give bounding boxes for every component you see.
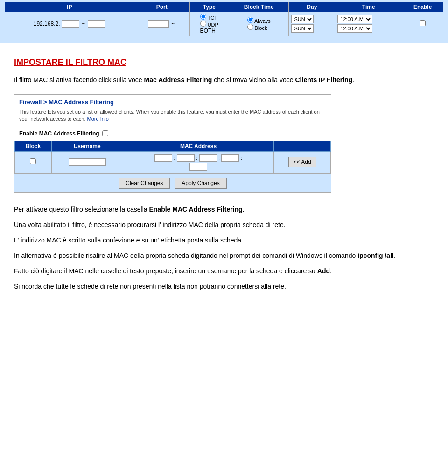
section-title: IMPOSTARE IL FILTRO MAC [14,57,434,67]
block-time-group: Always Block [247,17,271,31]
apply-changes-button[interactable]: Apply Changes [175,178,226,189]
body-para-3: L' indirizzo MAC è scritto sulla confezi… [14,235,434,246]
body-para-4: In alternativa è possibile risalire al M… [14,250,434,261]
ip-to-input[interactable] [88,20,105,28]
more-info-link[interactable]: More Info [87,116,109,121]
mac-octet-2[interactable] [177,154,195,162]
mac-enable-row: Enable MAC Address Filtering [14,128,331,141]
para5-end: . [330,267,332,275]
mac-username-input[interactable] [69,158,106,166]
mac-panel-header: Firewall > MAC Address Filtering This fe… [14,95,331,128]
table-row-empty [5,36,443,40]
mac-col-macaddress: MAC Address [123,141,273,151]
empty-row [5,36,443,40]
type-cell: TCP UDP BOTH [189,12,229,36]
mac-address-cell: : : : : [123,151,273,173]
udp-radio-label[interactable]: UDP [200,21,218,28]
mac-octet-4[interactable] [221,154,239,162]
mac-octet-3[interactable] [199,154,217,162]
port-tilde: ~ [170,20,176,27]
mac-sep-2: : [196,155,197,161]
col-header-ip: IP [5,2,134,12]
mac-table-row: : : : : << Add [15,151,331,173]
para4-bold: ipconfig /all [357,252,394,259]
para4-end: . [394,252,396,259]
block-radio-label[interactable]: Block [247,24,271,31]
ip-cell: 192.168.2. ~ [5,12,134,36]
para1-text1: Per attivare questo filtro selezionare l… [14,206,149,213]
col-header-blocktime: Block Time [229,2,289,12]
enable-cell [402,12,443,36]
block-radio[interactable] [247,24,253,30]
ip-from-input[interactable] [62,20,79,28]
intro-end: . [352,76,354,84]
time-group: 12:00 A.M 12:00 A.M [337,15,399,33]
enable-checkbox[interactable] [420,20,426,26]
both-label: BOTH [200,28,216,34]
always-radio-label[interactable]: Always [247,17,271,24]
time-select-1[interactable]: 12:00 A.M [337,15,372,23]
body-para-1: Per attivare questo filtro selezionare l… [14,204,434,215]
mac-octet-5[interactable] [189,163,207,171]
port-cell: ~ [134,12,189,36]
col-header-enable: Enable [402,2,443,12]
day-group: SUN SUN [291,15,332,33]
col-header-port: Port [134,2,189,12]
para1-bold: Enable MAC Address Filtering [149,206,242,213]
body-para-6: Si ricorda che tutte le schede di rete n… [14,281,434,292]
para1-end: . [243,206,245,213]
blocktime-cell: Always Block [229,12,289,36]
day-select-2[interactable]: SUN [291,24,314,33]
para5-bold: Add [317,267,330,275]
intro-text-part1: Il filtro MAC si attiva facendo click su… [14,76,144,84]
day-row-2: SUN [291,24,314,33]
top-firewall-section: IP Port Type Block Time Day Time Enable … [0,0,448,43]
mac-panel-desc: This feature lets you set up a list of a… [19,108,326,123]
mac-desc-text: This feature lets you set up a list of a… [19,109,320,121]
mac-block-checkbox[interactable] [30,158,36,164]
tcp-radio-label[interactable]: TCP [200,14,218,21]
mac-sep-3: : [218,155,220,161]
clear-changes-button[interactable]: Clear Changes [119,178,170,189]
ip-prefix-label: 192.168.2. [34,21,60,27]
main-content: IMPOSTARE IL FILTRO MAC Il filtro MAC si… [0,43,448,306]
col-header-type: Type [189,2,229,12]
para6-text: Si ricorda che tutte le schede di rete n… [14,283,286,290]
section-title-text: IMPOSTARE IL FILTRO MAC [14,57,126,67]
day-select-1[interactable]: SUN [291,15,314,23]
mac-panel: Firewall > MAC Address Filtering This fe… [14,94,331,193]
firewall-rules-table: IP Port Type Block Time Day Time Enable … [5,2,443,40]
mac-sep-1: : [174,155,175,161]
port-input[interactable] [148,20,169,28]
table-row: 192.168.2. ~ ~ TCP UDP [5,12,443,36]
col-header-time: Time [335,2,402,12]
para4-text1: In alternativa è possibile risalire al M… [14,252,357,259]
mac-block-cell [15,151,52,173]
mac-col-action [274,141,331,151]
para3-text: L' indirizzo MAC è scritto sulla confezi… [14,236,243,244]
mac-buttons-row: Clear Changes Apply Changes [14,173,331,192]
mac-add-cell: << Add [274,151,331,173]
type-radio-group: TCP UDP BOTH [200,14,218,34]
day-row-1: SUN [291,15,314,23]
mac-sep-4: : [241,155,242,161]
always-radio[interactable] [247,17,253,23]
intro-bold1: Mac Address Filtering [144,76,212,84]
udp-radio[interactable] [200,21,206,27]
mac-col-block: Block [15,141,52,151]
add-button[interactable]: << Add [288,157,316,167]
day-cell: SUN SUN [289,12,335,36]
col-header-day: Day [289,2,335,12]
tilde-separator: ~ [81,20,86,27]
para5-text1: Fatto ciò digitare il MAC nelle caselle … [14,267,317,275]
time-row-2: 12:00 A.M [337,24,372,33]
tcp-radio[interactable] [200,14,206,20]
mac-octet-1[interactable] [154,154,172,162]
para2-text: Una volta abilitato il filtro, è necessa… [14,221,286,228]
enable-mac-checkbox[interactable] [102,130,108,136]
time-select-2[interactable]: 12:00 A.M [337,24,372,33]
mac-username-cell [51,151,123,173]
intro-text-part2: che si trova vicino alla voce [212,76,295,84]
time-row-1: 12:00 A.M [337,15,372,23]
enable-mac-label: Enable MAC Address Filtering [19,130,99,137]
